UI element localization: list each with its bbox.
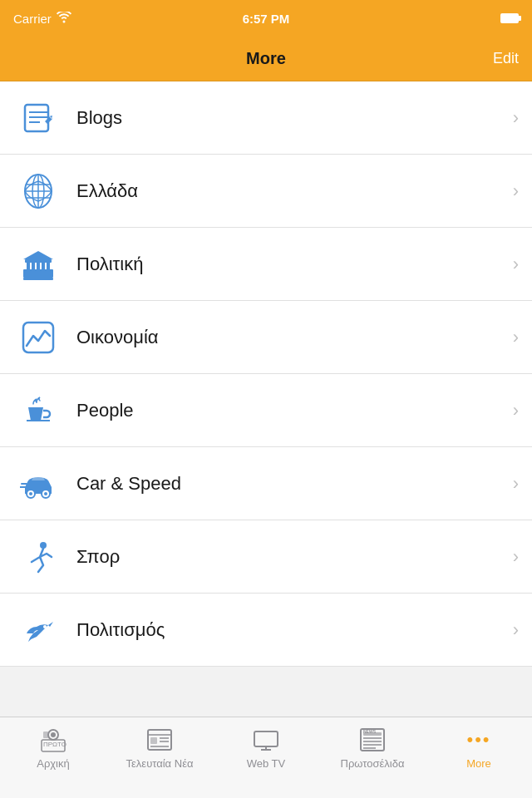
nav-title: More [246,49,286,68]
people-label: People [76,400,506,421]
nav-bar: More Edit [0,37,532,81]
tab-item-teleutaia[interactable]: Τελευταία Νέα [106,726,213,770]
list-item[interactable]: Ελλάδα › [0,155,532,228]
ellada-label: Ελλάδα [76,180,506,202]
ellada-icon [13,173,63,209]
list-item[interactable]: Blogs › [0,81,532,155]
tab-item-protoseli[interactable]: NEWS Πρωτοσέλιδα [319,726,426,770]
chevron-icon: › [513,254,519,275]
people-icon [13,392,63,429]
chevron-icon: › [513,107,519,129]
svg-point-24 [44,492,47,495]
tab-bar: ΠΡΩΤΟ Αρχική Τελευταία Νέα [0,717,532,798]
svg-rect-14 [42,263,45,269]
politiki-icon [13,246,63,283]
chevron-icon: › [513,473,519,495]
politismos-icon [13,612,63,648]
svg-rect-11 [27,263,30,269]
svg-rect-12 [32,263,35,269]
car-label: Car & Speed [76,473,506,495]
oikonomia-icon [13,319,63,356]
chevron-icon: › [513,327,519,348]
svg-rect-31 [43,732,48,738]
blogs-icon [13,100,63,136]
svg-rect-16 [25,259,52,263]
protoseli-icon: NEWS [358,726,387,754]
arxiki-icon: ΠΡΩΤΟ [39,726,67,754]
svg-rect-10 [23,269,53,278]
svg-rect-40 [254,732,278,746]
list-item[interactable]: Car & Speed › [0,447,532,520]
politiki-label: Πολιτική [76,254,506,275]
list-item[interactable]: Σπορ › [0,520,532,594]
chevron-icon: › [513,546,519,568]
spor-icon [13,539,63,575]
list-item[interactable]: Πολιτισμός › [0,594,532,667]
politismos-label: Πολιτισμός [76,619,506,641]
svg-rect-13 [37,263,40,269]
more-icon: ••• [465,726,493,754]
more-label: More [466,757,491,770]
svg-text:NEWS: NEWS [363,729,377,734]
protoseli-label: Πρωτοσέλιδα [341,757,405,770]
chevron-icon: › [513,619,519,641]
battery-icon [500,13,519,23]
svg-rect-19 [23,323,53,352]
car-icon [13,466,63,502]
carrier-label: Carrier [13,12,52,26]
svg-marker-17 [23,251,53,259]
tab-item-more[interactable]: ••• More [426,726,532,770]
tab-item-webtv[interactable]: Web TV [213,726,319,770]
webtv-icon [252,726,280,754]
list-item[interactable]: People › [0,374,532,447]
svg-rect-18 [23,278,53,280]
status-bar: Carrier 6:57 PM [0,0,532,37]
edit-button[interactable]: Edit [493,50,519,67]
menu-list: Blogs › Ελλάδα › [0,81,532,667]
chevron-icon: › [513,400,519,421]
chevron-icon: › [513,180,519,202]
blogs-label: Blogs [76,107,506,129]
teleutaia-label: Τελευταία Νέα [126,757,194,770]
svg-rect-15 [47,263,50,269]
tab-item-arxiki[interactable]: ΠΡΩΤΟ Αρχική [0,726,106,770]
webtv-label: Web TV [247,757,285,770]
svg-point-22 [29,492,32,495]
time-label: 6:57 PM [243,12,290,26]
svg-text:ΠΡΩΤΟ: ΠΡΩΤΟ [43,741,66,748]
svg-rect-36 [150,737,157,744]
spor-label: Σπορ [76,546,506,568]
svg-point-28 [43,625,47,628]
arxiki-label: Αρχική [37,757,70,770]
teleutaia-icon [145,726,174,754]
list-item[interactable]: Οικονομία › [0,301,532,374]
svg-point-30 [51,732,56,737]
oikonomia-label: Οικονομία [76,327,506,348]
list-item[interactable]: Πολιτική › [0,228,532,301]
wifi-icon [57,12,71,26]
